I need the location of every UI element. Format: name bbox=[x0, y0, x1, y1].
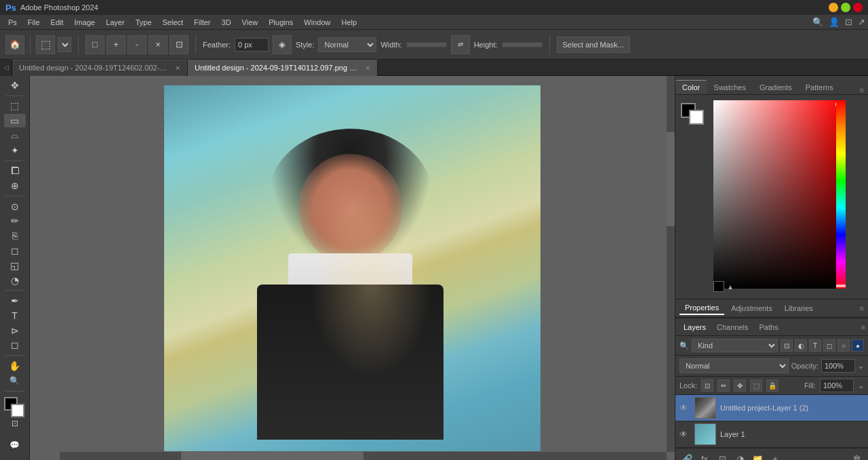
add-effect-icon[interactable]: fx bbox=[697, 451, 712, 460]
canvas[interactable] bbox=[164, 85, 540, 451]
background-color[interactable] bbox=[11, 404, 24, 417]
home-button[interactable]: 🏠 bbox=[5, 35, 24, 54]
layers-panel-menu-icon[interactable]: ≡ bbox=[861, 323, 865, 331]
type-tool[interactable]: T bbox=[4, 309, 26, 322]
user-icon[interactable]: 👤 bbox=[829, 17, 840, 27]
link-layers-icon[interactable]: 🔗 bbox=[679, 451, 694, 460]
menu-help[interactable]: Help bbox=[336, 17, 362, 28]
new-group-icon[interactable]: 📁 bbox=[750, 451, 765, 460]
arrange-icon[interactable]: ⊡ bbox=[845, 17, 852, 27]
patterns-tab[interactable]: Patterns bbox=[799, 80, 840, 94]
layer-item-1[interactable]: 👁 Untitled project-Layer 1 (2) bbox=[675, 395, 868, 421]
fill-input[interactable] bbox=[820, 379, 854, 392]
menu-view[interactable]: View bbox=[237, 17, 264, 28]
menu-type[interactable]: Type bbox=[130, 17, 157, 28]
color-panel-menu-icon[interactable]: ≡ bbox=[856, 86, 868, 94]
props-panel-menu-icon[interactable]: ≡ bbox=[860, 304, 864, 312]
adjustment-layer-icon[interactable]: ◑ bbox=[732, 451, 747, 460]
brush-tool[interactable]: ✏ bbox=[4, 214, 26, 228]
channels-panel-icon[interactable]: 💬 bbox=[4, 436, 26, 455]
menu-edit[interactable]: Edit bbox=[45, 17, 69, 28]
path-selection-tool[interactable]: ⊳ bbox=[4, 324, 26, 337]
fg-bg-color-switcher[interactable] bbox=[3, 397, 27, 413]
dodge-tool[interactable]: ◔ bbox=[4, 274, 26, 287]
menu-select[interactable]: Select bbox=[157, 17, 189, 28]
select-and-mask-button[interactable]: Select and Mask... bbox=[557, 37, 631, 53]
clone-tool[interactable]: ⎘ bbox=[4, 229, 26, 243]
shape-tool[interactable]: ◻ bbox=[4, 339, 26, 352]
gradients-tab[interactable]: Gradients bbox=[753, 80, 799, 94]
shape-filter-icon[interactable]: ◻ bbox=[823, 339, 835, 352]
lock-artboard-icon[interactable]: ⬚ bbox=[750, 379, 762, 392]
tab-2[interactable]: Untitled design - 2024-09-19T140112.097.… bbox=[188, 60, 378, 76]
add-mask-icon[interactable]: ⊡ bbox=[715, 451, 730, 460]
style-select[interactable]: Normal Fixed Ratio Fixed Size bbox=[318, 37, 376, 52]
panel-toggle-icon[interactable]: ◁ bbox=[3, 64, 9, 71]
type-filter-icon[interactable]: T bbox=[809, 339, 821, 352]
maximize-button[interactable] bbox=[841, 3, 850, 12]
vertical-scrollbar[interactable] bbox=[667, 76, 675, 452]
zoom-tool[interactable]: 🔍 bbox=[4, 374, 26, 388]
fill-arrow-icon[interactable]: ⌄ bbox=[858, 381, 864, 390]
color-tab[interactable]: Color bbox=[675, 80, 707, 94]
feather-input[interactable] bbox=[235, 38, 269, 51]
menu-ps[interactable]: Ps bbox=[3, 17, 22, 28]
tab-1-close[interactable]: ✕ bbox=[175, 64, 180, 72]
minimize-button[interactable] bbox=[829, 3, 838, 12]
swatches-tab[interactable]: Swatches bbox=[707, 80, 753, 94]
libraries-tab[interactable]: Libraries bbox=[779, 302, 818, 314]
menu-3d[interactable]: 3D bbox=[216, 17, 237, 28]
eyedropper-tool[interactable]: ⊕ bbox=[4, 179, 26, 192]
layer-kind-filter[interactable]: Kind bbox=[692, 339, 778, 352]
adjustments-tab[interactable]: Adjustments bbox=[726, 302, 778, 314]
color-gradient-sat[interactable] bbox=[713, 100, 842, 289]
lock-pixels-icon[interactable]: ⊡ bbox=[701, 379, 713, 392]
marquee-style-select[interactable] bbox=[58, 37, 71, 52]
crop-tool[interactable]: ⧠ bbox=[4, 164, 26, 177]
delete-layer-icon[interactable]: 🗑 bbox=[849, 451, 864, 460]
menu-file[interactable]: File bbox=[22, 17, 45, 28]
layer-item-2[interactable]: 👁 Layer 1 bbox=[675, 421, 868, 448]
bg-color-swatch[interactable] bbox=[689, 110, 704, 125]
healing-tool[interactable]: ⊙ bbox=[4, 200, 26, 213]
move-tool[interactable]: ✥ bbox=[4, 79, 26, 92]
properties-tab[interactable]: Properties bbox=[679, 301, 724, 315]
lock-position-icon[interactable]: ✥ bbox=[734, 379, 746, 392]
hue-slider[interactable] bbox=[836, 100, 846, 289]
feather-mode-button[interactable]: ◈ bbox=[273, 35, 292, 54]
transform-button[interactable]: ⊡ bbox=[170, 35, 189, 54]
layer-filter-toggle[interactable]: ● bbox=[852, 339, 864, 352]
lock-all-icon[interactable]: 🔒 bbox=[766, 379, 778, 392]
channels-tab[interactable]: Channels bbox=[711, 320, 753, 334]
marquee-tool[interactable]: ⬚ bbox=[36, 35, 55, 54]
horizontal-scrollbar[interactable] bbox=[60, 452, 667, 460]
layer-2-visibility-icon[interactable]: 👁 bbox=[679, 430, 690, 439]
pixel-filter-icon[interactable]: ⊡ bbox=[781, 339, 793, 352]
artboard-tool[interactable]: ⬚ bbox=[4, 100, 26, 113]
marquee-tool[interactable]: ▭ bbox=[4, 114, 26, 127]
smart-filter-icon[interactable]: ○ bbox=[837, 339, 850, 352]
swap-dimensions-button[interactable]: ⇌ bbox=[451, 35, 470, 54]
eraser-tool[interactable]: ◻ bbox=[4, 244, 26, 257]
opacity-arrow-icon[interactable]: ⌄ bbox=[858, 362, 864, 371]
adj-filter-icon[interactable]: ◐ bbox=[795, 339, 807, 352]
subtract-button[interactable]: - bbox=[127, 35, 146, 54]
lock-paint-icon[interactable]: ✏ bbox=[717, 379, 730, 392]
lasso-tool[interactable]: ⌓ bbox=[4, 129, 26, 142]
close-button[interactable] bbox=[853, 3, 863, 12]
add-button[interactable]: + bbox=[106, 35, 125, 54]
layer-1-visibility-icon[interactable]: 👁 bbox=[679, 403, 690, 413]
new-doc-button[interactable]: □ bbox=[85, 35, 104, 54]
gradient-tool[interactable]: ◱ bbox=[4, 259, 26, 272]
opacity-input[interactable] bbox=[821, 359, 855, 373]
menu-layer[interactable]: Layer bbox=[100, 17, 130, 28]
search-icon[interactable]: 🔍 bbox=[812, 17, 823, 27]
color-picker-area[interactable]: ▲ bbox=[713, 100, 846, 293]
share-icon[interactable]: ↗ bbox=[858, 17, 865, 27]
tab-2-close[interactable]: ✕ bbox=[365, 64, 370, 72]
menu-image[interactable]: Image bbox=[69, 17, 101, 28]
menu-filter[interactable]: Filter bbox=[189, 17, 216, 28]
paths-tab[interactable]: Paths bbox=[754, 320, 784, 334]
menu-plugins[interactable]: Plugins bbox=[263, 17, 298, 28]
magic-wand-tool[interactable]: ✦ bbox=[4, 144, 26, 157]
